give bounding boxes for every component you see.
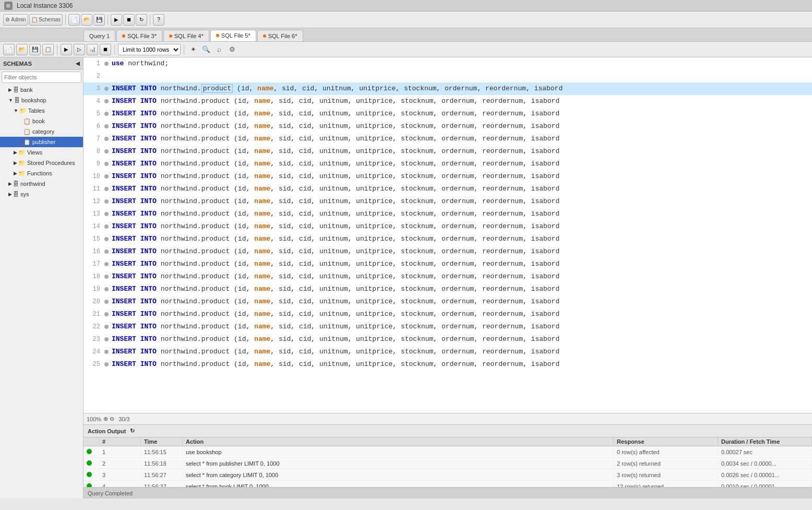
table-item-publisher[interactable]: ▶ 📋 publisher: [0, 137, 83, 147]
action-response: 12 row(s) returned: [614, 483, 718, 488]
action-time: 11:56:15: [141, 449, 183, 455]
col-num: #: [99, 437, 141, 446]
stop-btn[interactable]: ⏹: [123, 14, 135, 26]
col-action: Action: [183, 437, 614, 446]
table-label: publisher: [32, 139, 56, 145]
folder-item-tables[interactable]: ▼ 📁 Tables: [0, 105, 83, 116]
schemas-title: SCHEMAS: [3, 61, 32, 67]
line-row: 20INSERT INTO northwind.product (id, nam…: [83, 295, 812, 308]
table-item-category[interactable]: ▶ 📋 category: [0, 126, 83, 137]
line-marker: [104, 325, 109, 329]
folder-item-views[interactable]: ▶ 📁 Views: [0, 147, 83, 158]
folder-item-stored-procedures[interactable]: ▶ 📁 Stored Procedures: [0, 158, 83, 168]
code-editor[interactable]: 1 use northwind; 2 3INSERT INTO northwin…: [83, 57, 812, 413]
line-row: 10INSERT INTO northwind.product (id, nam…: [83, 170, 812, 183]
action-output-header: Action Output ↻: [83, 425, 812, 437]
line-code: INSERT INTO northwind.product (id, name,…: [112, 120, 559, 133]
format-btn[interactable]: ✦: [187, 44, 199, 55]
line-code: INSERT INTO northwind.product (id, name,…: [112, 245, 559, 258]
action-num: 2: [99, 460, 141, 467]
status-message: Query Completed: [88, 490, 133, 496]
action-row[interactable]: 3 11:56:27 select * from category LIMIT …: [83, 469, 812, 481]
folder-icon: 📁: [18, 160, 26, 167]
refresh-btn[interactable]: ↻: [136, 14, 147, 26]
explain-btn[interactable]: 📊: [87, 44, 98, 55]
schema-item-northwind[interactable]: ▶ 🗄 northwind: [0, 179, 83, 189]
line-code: use northwind;: [112, 57, 169, 70]
settings-btn[interactable]: ⚙: [226, 44, 238, 55]
line-number: 23: [83, 333, 104, 346]
filter-input[interactable]: [2, 72, 81, 83]
open-query-btn[interactable]: 📂: [16, 44, 28, 55]
line-code: INSERT INTO northwind.product (id, name,…: [112, 195, 559, 208]
line-row: 17INSERT INTO northwind.product (id, nam…: [83, 258, 812, 270]
action-num: 4: [99, 483, 141, 488]
tab-sqlfile5[interactable]: SQL File 5*: [210, 30, 256, 41]
action-row[interactable]: 1 11:56:15 use bookshop 0 row(s) affecte…: [83, 446, 812, 458]
folder-item-functions[interactable]: ▶ 📁 Functions: [0, 168, 83, 179]
toolbar-schemas[interactable]: 📋 Schemas: [29, 14, 63, 26]
tab-sqlfile3[interactable]: SQL File 3*: [116, 30, 162, 41]
line-row: 15INSERT INTO northwind.product (id, nam…: [83, 233, 812, 245]
find-btn[interactable]: ⌕: [213, 44, 225, 55]
line-number: 2: [83, 70, 104, 82]
help-btn[interactable]: ?: [153, 14, 164, 26]
action-text: use bookshop: [183, 449, 614, 455]
action-duration: 0.0010 sec / 0.00001...: [718, 483, 812, 488]
limit-select[interactable]: Limit to 1000 rows Limit to 200 rows No …: [118, 44, 181, 55]
schema-item-bank[interactable]: ▶ 🗄 bank: [0, 85, 83, 95]
new-query-btn[interactable]: 📄: [3, 44, 15, 55]
line-marker: [104, 212, 109, 216]
line-row: 24INSERT INTO northwind.product (id, nam…: [83, 346, 812, 358]
line-marker: [104, 124, 109, 128]
col-status: [83, 437, 99, 446]
tab-sqlfile4[interactable]: SQL File 4*: [163, 30, 209, 41]
action-text: select * from category LIMIT 0, 1000: [183, 472, 614, 478]
schemas-header: SCHEMAS ◀: [0, 57, 83, 70]
refresh-output-btn[interactable]: ↻: [130, 428, 135, 434]
folder-icon: 📁: [19, 108, 27, 114]
line-code: INSERT INTO northwind.product (id, name,…: [112, 82, 563, 95]
line-marker: [104, 87, 109, 91]
line-code: INSERT INTO northwind.product (id, name,…: [112, 333, 559, 346]
collapse-sidebar-btn[interactable]: ◀: [76, 61, 80, 66]
line-number: 22: [83, 321, 104, 333]
line-marker: [104, 112, 109, 116]
tab-query1[interactable]: Query 1: [83, 30, 115, 41]
line-row: 22INSERT INTO northwind.product (id, nam…: [83, 321, 812, 333]
table-icon: 📋: [23, 118, 31, 125]
line-number: 5: [83, 108, 104, 120]
col-time: Time: [141, 437, 183, 446]
tab-sqlfile3-label: SQL File 3*: [127, 33, 157, 39]
line-row: 14INSERT INTO northwind.product (id, nam…: [83, 220, 812, 233]
action-row[interactable]: 2 11:56:18 select * from publisher LIMIT…: [83, 458, 812, 469]
schema-item-sys[interactable]: ▶ 🗄 sys: [0, 189, 83, 199]
schema-icon: 🗄: [13, 191, 19, 197]
save-query-btn[interactable]: 💾: [29, 44, 41, 55]
schema-item-bookshop[interactable]: ▼ 🗄 bookshop: [0, 95, 83, 105]
action-row[interactable]: 4 11:56:37 select * from book LIMIT 0, 1…: [83, 481, 812, 487]
run-selection-btn[interactable]: ▷: [74, 44, 85, 55]
line-row: 4INSERT INTO northwind.product (id, name…: [83, 95, 812, 108]
action-table: # Time Action Response Duration / Fetch …: [83, 437, 812, 487]
search-btn[interactable]: 🔍: [200, 44, 212, 55]
save-as-btn[interactable]: 📋: [42, 44, 54, 55]
zoom-controls[interactable]: ⊕ ⊖: [103, 416, 114, 422]
arrow-icon: ▶: [8, 192, 12, 197]
new-file-btn[interactable]: 📄: [68, 14, 80, 26]
action-status: [83, 472, 99, 478]
toolbar-administration[interactable]: ⚙ Admin: [3, 14, 28, 26]
window-title: Local Instance 3306: [17, 2, 73, 9]
tab-modified-dot: [216, 34, 219, 37]
stop-exec-btn[interactable]: ⏹: [100, 44, 111, 55]
table-item-book[interactable]: ▶ 📋 book: [0, 116, 83, 126]
action-table-header: # Time Action Response Duration / Fetch …: [83, 437, 812, 446]
line-code: INSERT INTO northwind.product (id, name,…: [112, 170, 559, 183]
tab-sqlfile6[interactable]: SQL File 6*: [257, 30, 303, 41]
save-file-btn[interactable]: 💾: [93, 14, 105, 26]
run-btn[interactable]: ▶: [61, 44, 72, 55]
table-icon: 📋: [23, 128, 31, 135]
line-number: 4: [83, 95, 104, 108]
open-file-btn[interactable]: 📂: [81, 14, 92, 26]
execute-btn[interactable]: ▶: [111, 14, 122, 26]
